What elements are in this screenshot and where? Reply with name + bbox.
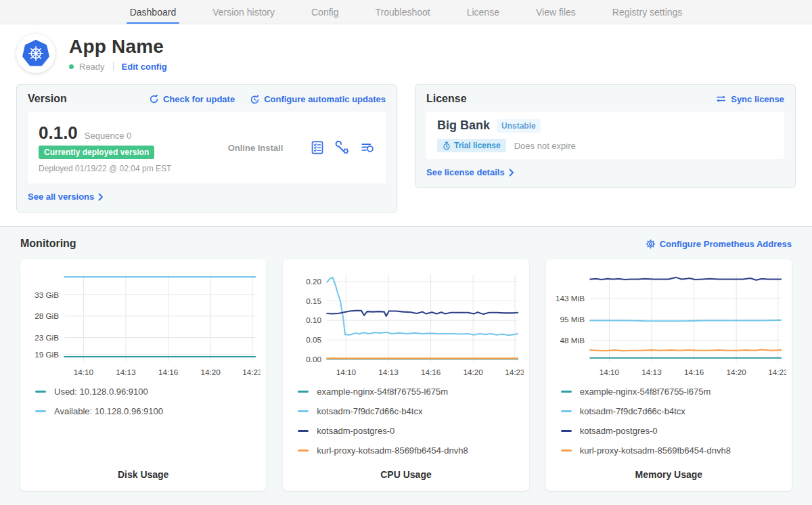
see-license-details-link[interactable]: See license details <box>426 167 514 177</box>
tab-license[interactable]: License <box>449 0 518 24</box>
cpu-usage-title: CPU Usage <box>288 465 523 480</box>
tab-view-files[interactable]: View files <box>518 0 594 24</box>
monitoring-title: Monitoring <box>20 238 76 250</box>
preflight-checks-button[interactable] <box>310 140 325 155</box>
configure-automatic-updates-link[interactable]: Configure automatic updates <box>250 94 386 104</box>
app-header-text: App Name Ready Edit config <box>69 36 167 72</box>
svg-text:14:13: 14:13 <box>379 368 399 376</box>
legend-item: kurl-proxy-kotsadm-8569fb6454-dnvh8 <box>561 445 786 456</box>
legend-color-dash <box>561 391 572 393</box>
sequence-label: Sequence 0 <box>85 131 131 141</box>
edit-config-link[interactable]: Edit config <box>122 62 167 72</box>
legend-label: kotsadm-postgres-0 <box>317 426 394 436</box>
disk-usage-legend: Used: 10.128.0.96:9100Available: 10.128.… <box>35 387 261 426</box>
legend-label: example-nginx-54f8f76755-l675m <box>580 387 711 397</box>
memory-usage-chart: 48 MiB95 MiB143 MiB14:1014:1314:1614:201… <box>551 266 786 382</box>
legend-label: example-nginx-54f8f76755-l675m <box>317 387 448 397</box>
refresh-icon <box>149 94 159 104</box>
configure-prometheus-link[interactable]: Configure Prometheus Address <box>646 239 792 249</box>
svg-text:14:23: 14:23 <box>505 368 524 376</box>
edit-config-button[interactable] <box>335 140 350 155</box>
preflight-checklist-icon <box>310 140 325 155</box>
svg-text:14:16: 14:16 <box>421 368 441 376</box>
legend-label: kurl-proxy-kotsadm-8569fb6454-dnvh8 <box>580 445 731 456</box>
charts-row: 19 GiB23 GiB28 GiB33 GiB14:1014:1314:161… <box>20 259 792 491</box>
tab-registry-settings[interactable]: Registry settings <box>594 0 700 24</box>
stopwatch-icon <box>443 141 451 150</box>
top-navbar: Dashboard Version history Config Trouble… <box>0 0 812 24</box>
svg-text:95 MiB: 95 MiB <box>560 315 585 324</box>
legend-label: Available: 10.128.0.96:9100 <box>54 406 163 416</box>
tab-config[interactable]: Config <box>293 0 357 24</box>
status-dot-icon <box>69 64 74 69</box>
check-for-update-link[interactable]: Check for update <box>149 94 235 104</box>
svg-text:23 GiB: 23 GiB <box>35 333 59 342</box>
sync-icon <box>715 94 727 104</box>
view-deploy-logs-button[interactable] <box>360 141 375 154</box>
chevron-right-icon <box>98 193 104 201</box>
legend-color-dash <box>561 410 572 412</box>
legend-color-dash <box>35 410 46 412</box>
legend-label: Used: 10.128.0.96:9100 <box>54 387 148 397</box>
tab-troubleshoot[interactable]: Troubleshoot <box>357 0 448 24</box>
memory-usage-chart-card: 48 MiB95 MiB143 MiB14:1014:1314:1614:201… <box>546 259 792 491</box>
legend-item: kurl-proxy-kotsadm-8569fb6454-dnvh8 <box>298 445 523 456</box>
svg-text:14:23: 14:23 <box>768 368 786 376</box>
svg-text:143 MiB: 143 MiB <box>556 294 585 303</box>
legend-label: kotsadm-7f9dc7d66c-b4tcx <box>317 406 422 416</box>
app-status-text: Ready <box>79 62 105 72</box>
license-expiry-text: Does not expire <box>514 141 576 151</box>
svg-text:14:10: 14:10 <box>336 368 357 376</box>
legend-color-dash <box>561 449 572 452</box>
memory-usage-legend: example-nginx-54f8f76755-l675mkotsadm-7f… <box>561 387 786 465</box>
page: { "nav": { "tabs": [ {"label": "Dashboar… <box>0 0 812 505</box>
tab-dashboard[interactable]: Dashboard <box>112 0 195 24</box>
legend-label: kotsadm-postgres-0 <box>580 426 658 436</box>
legend-label: kurl-proxy-kotsadm-8569fb6454-dnvh8 <box>317 445 468 456</box>
wrench-gear-icon <box>335 140 350 155</box>
app-logo-circle <box>16 34 55 73</box>
cards-row: Version Check for update Configure au <box>0 84 812 213</box>
svg-text:0.10: 0.10 <box>307 315 322 324</box>
disk-usage-chart-card: 19 GiB23 GiB28 GiB33 GiB14:1014:1314:161… <box>20 259 266 491</box>
svg-text:0.00: 0.00 <box>307 355 322 364</box>
legend-color-dash <box>35 391 46 393</box>
sync-license-link[interactable]: Sync license <box>715 94 784 104</box>
divider <box>113 62 114 71</box>
legend-item: Used: 10.128.0.96:9100 <box>35 387 261 397</box>
svg-text:14:10: 14:10 <box>74 368 94 376</box>
legend-item: kotsadm-7f9dc7d66c-b4tcx <box>561 406 786 416</box>
legend-color-dash <box>561 430 572 432</box>
svg-text:19 GiB: 19 GiB <box>35 350 59 359</box>
legend-item: kotsadm-postgres-0 <box>298 426 523 436</box>
license-panel: Big Bank Unstable Trial license Does not… <box>426 112 784 159</box>
svg-text:0.20: 0.20 <box>307 277 322 286</box>
schedule-update-icon <box>250 94 260 104</box>
app-name-title: App Name <box>69 36 167 58</box>
svg-text:14:13: 14:13 <box>116 368 136 376</box>
cpu-usage-chart: 0.000.050.100.150.2014:1014:1314:1614:20… <box>288 266 523 382</box>
svg-text:14:23: 14:23 <box>242 368 261 376</box>
tab-version-history[interactable]: Version history <box>194 0 293 24</box>
current-version-panel: 0.1.0 Sequence 0 Currently deployed vers… <box>28 112 386 183</box>
svg-text:14:16: 14:16 <box>684 368 704 376</box>
trial-license-badge: Trial license <box>437 139 506 152</box>
svg-text:48 MiB: 48 MiB <box>560 336 585 345</box>
see-all-versions-link[interactable]: See all versions <box>28 192 104 202</box>
legend-item: example-nginx-54f8f76755-l675m <box>561 387 786 397</box>
legend-color-dash <box>298 449 309 452</box>
svg-text:14:13: 14:13 <box>641 368 662 376</box>
legend-color-dash <box>298 430 309 432</box>
disk-usage-chart: 19 GiB23 GiB28 GiB33 GiB14:1014:1314:161… <box>26 266 261 382</box>
deployed-timestamp: Deployed 01/19/22 @ 02:04 pm EST <box>39 164 201 173</box>
svg-text:14:20: 14:20 <box>200 368 221 376</box>
license-card-title: License <box>426 93 467 105</box>
legend-color-dash <box>298 410 309 412</box>
cpu-usage-chart-card: 0.000.050.100.150.2014:1014:1314:1614:20… <box>283 259 528 491</box>
legend-color-dash <box>298 391 309 393</box>
svg-text:14:20: 14:20 <box>726 368 746 376</box>
channel-badge: Unstable <box>497 119 541 133</box>
svg-text:14:20: 14:20 <box>464 368 484 376</box>
install-type-label: Online Install <box>201 143 310 153</box>
svg-text:0.15: 0.15 <box>307 297 322 305</box>
